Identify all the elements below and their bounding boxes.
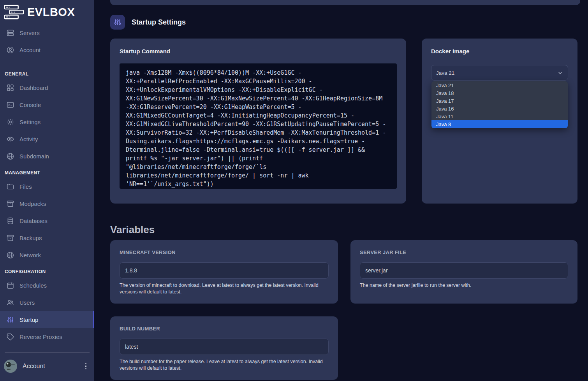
sidebar-item-schedules[interactable]: Schedules [0,277,94,294]
sidebar-item-account[interactable]: Account [0,41,94,58]
sidebar-item-label: Backups [19,235,42,241]
dropdown-option-java-17[interactable]: Java 17 [431,97,568,105]
variable-card-server-jar-file: SERVER JAR FILE The name of the server j… [350,240,577,304]
section-label-general: GENERAL [0,66,94,79]
variable-card-minecraft-version: MINECRAFT VERSION The version of minecra… [110,240,338,304]
calendar-icon [6,281,14,290]
section-label-management: MANAGEMENT [0,165,94,178]
sidebar-item-label: Files [19,183,32,190]
dashboard-grid-icon [6,83,14,92]
gear-icon [6,118,14,126]
sidebar-item-label: Console [19,102,41,108]
server-stack-logo-icon [4,4,24,20]
sidebar-item-subdomain[interactable]: Subdomain [0,147,94,165]
sidebar-item-label: Startup [19,316,38,323]
sidebar-item-label: Users [19,299,35,306]
users-icon [6,298,14,307]
page-title: Startup Settings [132,18,186,26]
docker-image-select[interactable]: Java 21 [431,65,568,81]
sidebar-item-modpacks[interactable]: Modpacks [0,195,94,212]
sidebar-item-dashboard[interactable]: Dashboard [0,79,94,96]
variable-description: The build number for the paper release. … [120,358,329,372]
page-header: Startup Settings [110,15,580,30]
scrolled-card-edge [110,0,580,5]
sidebar-item-users[interactable]: Users [0,294,94,311]
variable-label: MINECRAFT VERSION [120,249,329,255]
docker-image-card: Docker Image Java 21 Java 21 Java 18 Jav… [422,39,577,204]
variable-description: The name of the server jarfile to run th… [360,282,568,289]
app-logo[interactable]: EVLBOX [0,0,94,21]
startup-command-title: Startup Command [120,48,397,54]
docker-image-dropdown: Java 21 Java 18 Java 17 Java 16 Java 11 … [431,81,568,128]
sidebar-item-label: Subdomain [19,153,49,160]
minecraft-version-input[interactable] [120,262,329,279]
variable-label: SERVER JAR FILE [360,249,568,255]
sidebar-item-label: Modpacks [19,200,46,207]
dropdown-option-java-21[interactable]: Java 21 [431,81,568,89]
globe-icon [6,152,14,160]
sidebar-item-label: Dashboard [19,84,48,91]
account-row[interactable]: Account [0,356,94,376]
dropdown-option-java-16[interactable]: Java 16 [431,105,568,112]
server-jar-file-input[interactable] [360,262,568,279]
sidebar-item-label: Servers [19,30,40,36]
sidebar-item-databases[interactable]: Databases [0,212,94,229]
folder-icon [6,182,14,191]
variables-grid: MINECRAFT VERSION The version of minecra… [110,240,580,380]
app-title: EVLBOX [27,6,75,19]
sidebar-divider [5,352,90,353]
sidebar-divider [5,62,90,62]
sidebar-item-label: Databases [19,218,48,224]
database-icon [6,216,14,225]
sidebar-item-network[interactable]: Network [0,246,94,263]
variable-description: The version of minecraft to download. Le… [120,282,329,295]
variable-label: BUILD NUMBER [120,326,329,332]
sidebar-footer: Account [0,349,94,381]
docker-image-title: Docker Image [431,48,568,54]
dropdown-option-java-8[interactable]: Java 8 [431,120,568,128]
build-number-input[interactable] [120,339,329,355]
servers-icon [6,28,14,37]
sidebar-nav: Servers Account GENERAL Dashboard [0,24,94,345]
dropdown-option-java-11[interactable]: Java 11 [431,112,568,120]
sidebar-item-backups[interactable]: Backups [0,229,94,246]
docker-image-selected-value: Java 21 [436,70,454,76]
sidebar: EVLBOX Servers Account [0,0,94,381]
chevron-down-icon [557,70,563,76]
startup-cards-row: Startup Command java -Xms128M -Xmx$((809… [110,39,580,204]
sidebar-item-activity[interactable]: Activity [0,130,94,147]
sliders-icon [6,315,14,324]
sidebar-item-label: Account [19,47,40,53]
tag-icon [6,332,14,341]
sidebar-item-label: Network [19,252,41,258]
terminal-icon [6,100,14,109]
variables-heading: Variables [110,224,580,236]
sidebar-item-reverse-proxies[interactable]: Reverse Proxies [0,328,94,345]
dropdown-option-java-18[interactable]: Java 18 [431,89,568,97]
variable-card-build-number: BUILD NUMBER The build number for the pa… [110,316,338,380]
backup-box-icon [6,234,14,242]
eye-icon [6,135,14,143]
archive-box-icon [6,199,14,208]
sidebar-item-settings[interactable]: Settings [0,113,94,130]
sidebar-item-files[interactable]: Files [0,178,94,195]
network-globe-icon [6,251,14,259]
sidebar-item-console[interactable]: Console [0,96,94,113]
account-label: Account [23,363,45,370]
kebab-menu-icon[interactable] [83,361,89,372]
avatar [4,360,17,373]
main-content: Startup Settings Startup Command java -X… [94,0,588,381]
account-icon [6,46,14,54]
startup-command-card: Startup Command java -Xms128M -Xmx$((809… [110,39,406,204]
startup-settings-sliders-icon [110,15,125,30]
sidebar-item-label: Activity [19,136,38,142]
sidebar-item-label: Settings [19,119,40,125]
startup-command-code: java -Xms128M -Xmx$((8096*84/100))M -XX:… [120,63,397,189]
sidebar-item-label: Reverse Proxies [19,334,62,340]
sidebar-item-startup[interactable]: Startup [0,311,94,328]
section-label-configuration: CONFIGURATION [0,263,94,277]
sidebar-item-servers[interactable]: Servers [0,24,94,41]
sidebar-item-label: Schedules [19,282,47,289]
